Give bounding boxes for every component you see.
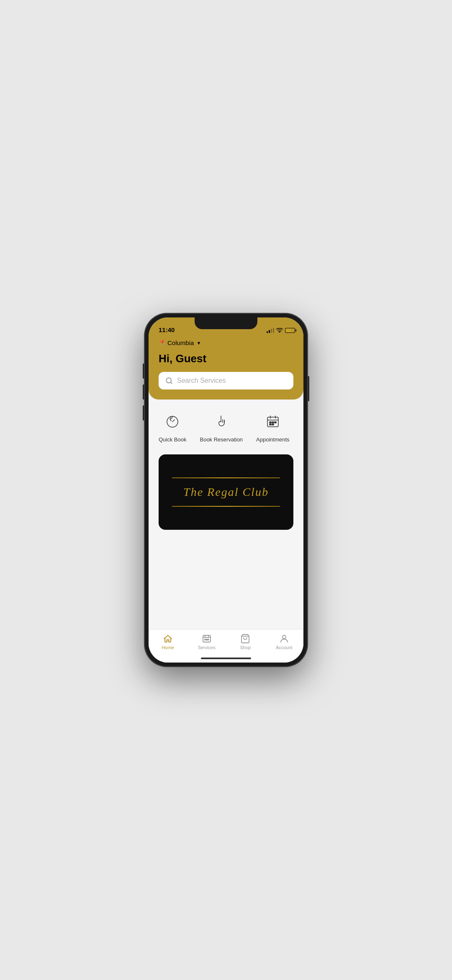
banner-card: The Regal Club — [159, 454, 293, 530]
home-indicator — [201, 658, 251, 659]
svg-rect-4 — [270, 422, 271, 423]
search-bar[interactable]: Search Services — [159, 372, 293, 389]
quick-actions: Quick Book Book Reservation — [159, 410, 293, 443]
nav-services[interactable]: Services — [187, 634, 226, 650]
location-text: Columbia — [167, 339, 194, 346]
home-icon — [162, 634, 173, 644]
signal-bars-icon — [267, 328, 274, 333]
banner-top-line — [172, 477, 280, 478]
nav-account[interactable]: Account — [265, 634, 304, 650]
notch — [195, 317, 257, 329]
svg-rect-10 — [205, 639, 206, 640]
svg-point-13 — [282, 635, 286, 639]
shop-icon — [240, 634, 251, 644]
svg-rect-8 — [272, 424, 274, 425]
svg-rect-5 — [272, 422, 274, 423]
main-content: Quick Book Book Reservation — [149, 400, 303, 629]
quick-book-label: Quick Book — [159, 436, 186, 443]
quick-book-action[interactable]: Quick Book — [159, 410, 186, 443]
book-reservation-icon — [210, 410, 233, 433]
location-pin-icon: 📍 — [159, 340, 166, 346]
header: 📍 Columbia ▼ Hi, Guest Search Services — [149, 336, 303, 400]
status-icons — [267, 328, 295, 333]
banner-title: The Regal Club — [183, 485, 269, 499]
svg-rect-11 — [206, 639, 208, 640]
svg-point-0 — [279, 332, 280, 333]
greeting-text: Hi, Guest — [159, 352, 293, 365]
appointments-action[interactable]: Appointments — [256, 410, 290, 443]
nav-home-label: Home — [162, 645, 174, 650]
svg-rect-6 — [275, 422, 276, 423]
svg-rect-7 — [270, 424, 271, 425]
nav-shop[interactable]: Shop — [226, 634, 265, 650]
nav-shop-label: Shop — [240, 645, 251, 650]
search-placeholder: Search Services — [177, 377, 226, 384]
nav-account-label: Account — [276, 645, 293, 650]
wifi-icon — [276, 328, 283, 333]
appointments-label: Appointments — [256, 436, 290, 443]
svg-rect-9 — [203, 635, 211, 642]
svg-rect-12 — [208, 639, 209, 640]
appointments-icon — [261, 410, 285, 433]
phone-frame: 11:40 — [144, 313, 308, 667]
account-icon — [279, 634, 290, 644]
nav-services-label: Services — [198, 645, 216, 650]
search-icon — [165, 377, 173, 384]
location-row[interactable]: 📍 Columbia ▼ — [159, 339, 293, 346]
book-reservation-label: Book Reservation — [200, 436, 243, 443]
battery-icon — [285, 328, 295, 333]
phone-screen: 11:40 — [149, 317, 303, 663]
location-chevron-icon: ▼ — [196, 340, 201, 346]
services-icon — [201, 634, 212, 644]
status-time: 11:40 — [159, 326, 175, 333]
quick-book-icon — [161, 410, 184, 433]
banner-bottom-line — [172, 506, 280, 507]
book-reservation-action[interactable]: Book Reservation — [200, 410, 243, 443]
nav-home[interactable]: Home — [149, 634, 187, 650]
